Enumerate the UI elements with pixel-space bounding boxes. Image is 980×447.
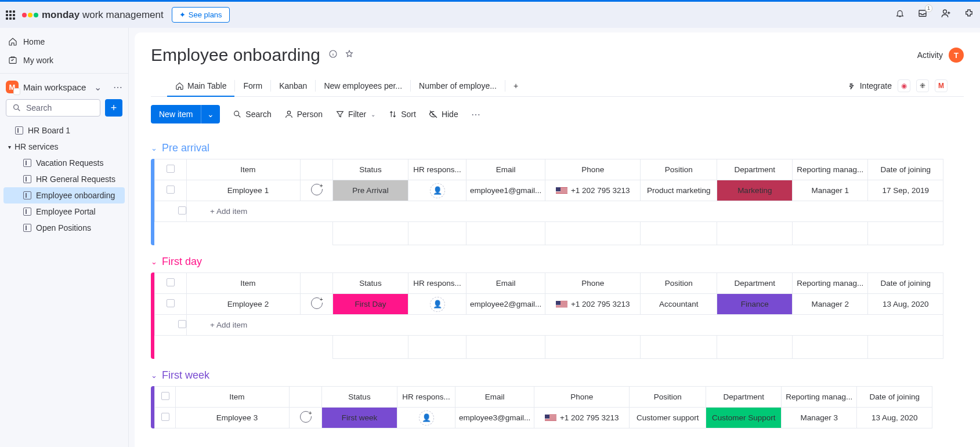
chat-icon[interactable] [300,411,312,423]
sidebar-folder[interactable]: ▾HR services [0,139,128,155]
table-row[interactable]: Employee 2First Day👤employee2@gmail...+1… [155,294,943,315]
table-row[interactable]: Employee 3First week👤employee3@gmail...+… [155,408,932,428]
table-row[interactable]: Employee 1Pre Arrival👤employee1@gmail...… [155,180,943,201]
avatar[interactable]: T [949,48,964,63]
hide-icon [429,110,438,119]
sort-icon [388,110,397,119]
tool-sort[interactable]: Sort [388,110,416,119]
svg-point-5 [287,111,290,114]
svg-rect-1 [9,57,16,63]
status-cell[interactable]: First Day [333,294,408,315]
chevron-down-icon[interactable]: ⌄ [94,82,102,93]
hr-responsible[interactable]: 👤 [408,180,467,201]
date-cell[interactable]: 17 Sep, 2019 [868,180,943,201]
position-cell[interactable]: Product marketing [641,180,717,201]
int-icon-1[interactable]: ◉ [898,79,910,92]
hr-responsible[interactable]: 👤 [408,294,467,315]
chat-icon[interactable] [311,297,323,309]
sidebar-mywork[interactable]: My work [0,51,128,70]
extension-icon[interactable] [964,8,974,21]
dept-cell[interactable]: Marketing [717,180,793,201]
item-name[interactable]: Employee 1 [187,180,301,201]
phone-cell[interactable]: +1 202 795 3213 [534,408,630,428]
add-item-row[interactable]: + Add item [155,201,943,222]
position-cell[interactable]: Accountant [641,294,717,315]
activity-link[interactable]: Activity [917,50,943,60]
manager-cell[interactable]: Manager 1 [793,180,868,201]
tool-hide[interactable]: Hide [429,110,458,119]
email-cell[interactable]: employee3@gmail... [455,408,534,428]
sidebar-item[interactable]: HR General Requests [3,171,125,187]
sidebar-item[interactable]: HR Board 1 [3,122,125,139]
workspace-selector[interactable]: M Main workspace ⌄⋯ [0,77,128,97]
date-cell[interactable]: 13 Aug, 2020 [857,408,932,428]
new-item-button[interactable]: New item⌄ [151,105,220,123]
sidebar-item[interactable]: Employee Portal [3,203,125,220]
tool-search[interactable]: Search [233,110,271,119]
tool-filter[interactable]: Filter⌄ [335,110,375,119]
checkbox[interactable] [167,186,175,194]
sidebar-search[interactable]: Search [6,99,100,117]
add-item-row[interactable]: + Add item [155,315,943,336]
date-cell[interactable]: 13 Aug, 2020 [868,294,943,315]
email-cell[interactable]: employee2@gmail... [467,294,545,315]
bell-icon[interactable] [895,9,905,21]
checkbox[interactable] [161,392,169,400]
flag-us-icon [556,187,567,195]
group-title[interactable]: First week [162,369,209,381]
manager-cell[interactable]: Manager 2 [793,294,868,315]
more-icon[interactable]: ⋯ [113,82,122,93]
group-title[interactable]: First day [162,256,202,268]
checkbox[interactable] [167,299,175,307]
checkbox[interactable] [161,413,169,421]
manager-cell[interactable]: Manager 3 [782,408,857,428]
dept-cell[interactable]: Customer Support [706,408,782,428]
person-placeholder-icon: 👤 [430,297,445,312]
add-tab-button[interactable]: + [505,75,526,96]
collapse-icon[interactable]: ⌄ [151,257,157,266]
sidebar-item[interactable]: Vacation Requests [3,155,125,171]
collapse-icon[interactable]: ⌄ [151,144,157,152]
checkbox[interactable] [167,278,175,286]
tab[interactable]: Number of employe... [411,75,505,96]
status-cell[interactable]: First week [322,408,397,428]
star-icon[interactable] [345,49,354,61]
collapse-icon[interactable]: ⌄ [151,371,157,380]
sidebar-item[interactable]: Employee onboarding [3,187,125,203]
checkbox[interactable] [178,206,186,215]
dept-cell[interactable]: Finance [717,294,793,315]
automation-icon [847,81,856,90]
info-icon[interactable] [328,49,338,61]
chevron-down-icon[interactable]: ⌄ [201,105,220,123]
tab[interactable]: New employees per... [316,75,410,96]
phone-cell[interactable]: +1 202 795 3213 [545,180,641,201]
hr-responsible[interactable]: 👤 [397,408,455,428]
item-name[interactable]: Employee 2 [187,294,301,315]
see-plans-button[interactable]: ✦See plans [172,7,230,23]
item-name[interactable]: Employee 3 [176,408,290,428]
group-title[interactable]: Pre arrival [162,142,209,154]
status-cell[interactable]: Pre Arrival [333,180,408,201]
integrate-button[interactable]: Integrate [847,81,892,90]
checkbox[interactable] [178,320,186,328]
topbar: monday work management ✦See plans 1 [0,0,980,28]
invite-icon[interactable] [941,8,951,21]
int-icon-2[interactable]: ⁜ [916,79,929,92]
tab[interactable]: Main Table [167,75,234,96]
inbox-icon[interactable]: 1 [917,8,928,21]
checkbox[interactable] [167,165,175,173]
tool-person[interactable]: Person [284,110,323,119]
email-cell[interactable]: employee1@gmail... [467,180,545,201]
sidebar-item[interactable]: Open Positions [3,220,125,236]
chat-icon[interactable] [311,184,323,195]
tab[interactable]: Form [235,75,270,96]
sidebar-home[interactable]: Home [0,32,128,51]
position-cell[interactable]: Customer support [630,408,706,428]
more-tools-icon[interactable]: ⋯ [471,109,482,120]
int-icon-3[interactable]: M [935,79,948,92]
sidebar-add-button[interactable]: + [105,99,122,117]
tab[interactable]: Kanban [271,75,315,96]
phone-cell[interactable]: +1 202 795 3213 [545,294,641,315]
apps-grid-icon[interactable] [6,10,15,20]
sidebar: Home My work M Main workspace ⌄⋯ Search … [0,28,129,447]
